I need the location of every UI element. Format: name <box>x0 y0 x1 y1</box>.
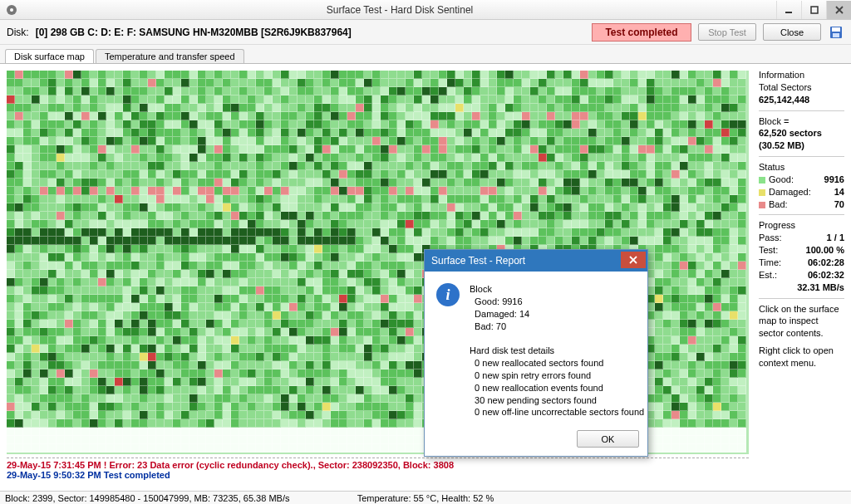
est-value: 06:02:32 <box>808 269 844 281</box>
good-label: Good: <box>769 174 794 184</box>
statusbar: Block: 2399, Sector: 149985480 - 1500479… <box>0 491 851 504</box>
block-label: Block = <box>759 115 844 128</box>
rate-value: 32.31 MB/s <box>797 281 844 294</box>
test-label: Test: <box>759 244 778 257</box>
statusbar-center: Temperature: 55 °C, Health: 52 % <box>357 493 494 503</box>
svg-rect-6 <box>833 33 839 37</box>
side-pane: Information Total Sectors 625,142,448 Bl… <box>755 64 851 491</box>
total-sectors-label: Total Sectors <box>759 81 844 94</box>
svg-rect-2 <box>785 12 792 13</box>
log-panel: 29-May-15 7:31:45 PM ! Error: 23 Data er… <box>7 458 749 484</box>
total-sectors: 625,142,448 <box>759 94 844 106</box>
stop-test-button[interactable]: Stop Test <box>698 23 756 41</box>
pass-label: Pass: <box>759 232 782 244</box>
legend-damaged-icon <box>759 189 765 196</box>
test-status: Test completed <box>592 23 691 42</box>
status-heading: Status <box>759 161 844 174</box>
toolbar: Disk: [0] 298 GB C: D: E: F: SAMSUNG HN-… <box>0 20 851 45</box>
app-icon <box>5 3 18 17</box>
bad-label: Bad: <box>769 199 788 209</box>
damaged-label: Damaged: <box>769 187 811 197</box>
progress-heading: Progress <box>759 219 844 232</box>
legend-good-icon <box>759 177 765 183</box>
minimize-button[interactable] <box>776 1 801 19</box>
time-value: 06:02:28 <box>808 257 844 269</box>
log-line-error: 29-May-15 7:31:45 PM ! Error: 23 Data er… <box>7 460 749 470</box>
dialog-close-button[interactable] <box>621 252 646 268</box>
close-button[interactable]: Close <box>763 23 821 41</box>
titlebar: Surface Test - Hard Disk Sentinel <box>0 0 851 20</box>
test-value: 100.00 % <box>806 244 844 257</box>
svg-rect-3 <box>811 7 818 13</box>
time-label: Time: <box>759 257 781 269</box>
tabbar: Disk surface map Temperature and transfe… <box>0 45 851 63</box>
disk-value: [0] 298 GB C: D: E: F: SAMSUNG HN-M320MB… <box>36 27 352 38</box>
block-mb: (30.52 MB) <box>759 139 844 152</box>
window-title: Surface Test - Hard Disk Sentinel <box>23 4 776 16</box>
block-sectors: 62,520 sectors <box>759 127 844 139</box>
tab-disk-surface-map[interactable]: Disk surface map <box>5 49 94 63</box>
report-dialog: Surface Test - Report i Block Good: 9916… <box>424 249 648 457</box>
dialog-title-text: Surface Test - Report <box>431 255 525 267</box>
legend-bad-icon <box>759 202 765 208</box>
disk-label: Disk: <box>7 27 29 38</box>
good-value: 9916 <box>824 174 844 186</box>
est-label: Est.: <box>759 269 777 281</box>
statusbar-left: Block: 2399, Sector: 149985480 - 1500479… <box>5 493 289 503</box>
log-line-status: 29-May-15 9:50:32 PM Test completed <box>7 470 749 480</box>
svg-rect-5 <box>832 27 840 32</box>
dialog-body: Block Good: 9916 Damaged: 14 Bad: 70 Har… <box>470 283 644 418</box>
bad-value: 70 <box>834 198 844 211</box>
dialog-title: Surface Test - Report <box>425 250 647 272</box>
window-close-button[interactable] <box>826 1 851 19</box>
dialog-ok-button[interactable]: OK <box>577 430 639 448</box>
pass-value: 1 / 1 <box>827 232 844 244</box>
info-heading: Information <box>759 69 844 81</box>
damaged-value: 14 <box>834 186 844 198</box>
maximize-button[interactable] <box>801 1 826 19</box>
hint-context: Right click to open context menu. <box>759 345 844 369</box>
hint-inspect: Click on the surface map to inspect sect… <box>759 303 844 340</box>
info-icon: i <box>436 283 460 306</box>
save-icon[interactable] <box>828 24 844 41</box>
svg-point-1 <box>10 8 13 12</box>
tab-temperature[interactable]: Temperature and transfer speed <box>96 49 244 63</box>
